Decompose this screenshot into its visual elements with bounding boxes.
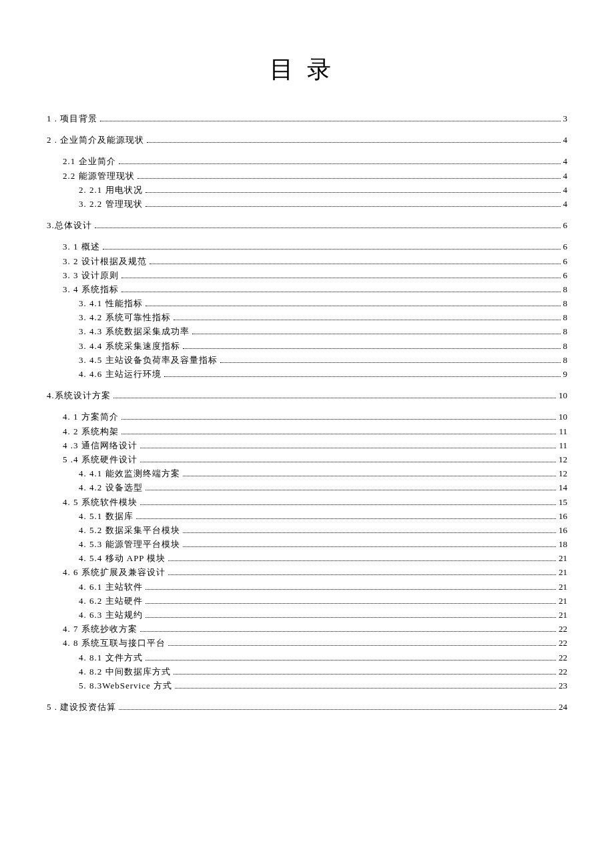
table-of-contents: 1 . 项目背景32 . 企业简介及能源现状42.1 企业简介42.2 能源管理… [47,113,567,713]
toc-dots [183,546,557,547]
toc-entry-label: 4. 8 系统互联与接口平台 [63,637,166,649]
toc-dots [168,574,556,575]
toc-entry-label: 4. 6.3 主站规约 [79,609,143,621]
toc-entry-page: 4 [563,198,568,210]
toc-entry-label: 3. 2 设计根据及规范 [63,256,147,268]
toc-entry-page: 12 [559,468,567,480]
toc-entry[interactable]: 3. 4.3 系统数据采集成功率8 [47,326,567,338]
toc-dots [164,376,561,377]
toc-entry[interactable]: 4. 7 系统抄收方案22 [47,623,567,635]
toc-entry[interactable]: 4.系统设计方案10 [47,390,567,402]
toc-entry[interactable]: 4. 4.2 设备选型14 [47,482,567,494]
toc-entry-page: 15 [559,496,567,508]
toc-entry-label: 2.2 能源管理现状 [63,170,135,182]
toc-entry[interactable]: 3. 2 设计根据及规范6 [47,256,567,268]
toc-entry[interactable]: 3. 4.2 系统可靠性指标8 [47,312,567,324]
toc-entry[interactable]: 3. 3 设计原则6 [47,270,567,282]
toc-entry[interactable]: 4. 5.4 移动 APP 模块21 [47,552,567,564]
toc-entry-page: 22 [559,652,567,664]
toc-entry-page: 10 [559,411,567,423]
toc-entry[interactable]: 3. 4.5 主站设备负荷率及容量指标8 [47,354,567,366]
toc-entry[interactable]: 4. 6 系统扩展及兼容设计21 [47,566,567,578]
toc-entry[interactable]: 5 . 建设投资估算24 [47,701,567,713]
toc-dots [121,278,561,278]
toc-entry[interactable]: 4. 6.2 主站硬件21 [47,595,567,607]
toc-entry-label: 3. 4.2 系统可靠性指标 [79,312,171,324]
toc-entry[interactable]: 3. 4.1 性能指标8 [47,298,567,310]
toc-entry-label: 5 .4 系统硬件设计 [63,454,137,466]
toc-entry-page: 22 [559,666,567,678]
toc-entry-label: 4. 8.1 文件方式 [79,652,143,664]
toc-entry[interactable]: 5. 8.3WebService 方式23 [47,680,567,692]
toc-entry[interactable]: 4. 6.3 主站规约21 [47,609,567,621]
toc-dots [95,228,561,228]
toc-dots [174,320,561,320]
toc-entry-page: 21 [559,566,567,578]
toc-entry[interactable]: 4. 5 系统软件模块15 [47,496,567,508]
toc-entry-page: 6 [563,270,568,282]
toc-entry[interactable]: 4. 5.2 数据采集平台模块16 [47,524,567,536]
toc-entry[interactable]: 4. 8.1 文件方式22 [47,652,567,664]
toc-entry-label: 3. 2.2 管理现状 [79,198,143,210]
toc-entry-page: 14 [559,482,567,494]
toc-entry-page: 21 [559,552,567,564]
toc-entry[interactable]: 4. 6.1 主站软件21 [47,581,567,593]
toc-entry[interactable]: 4. 2 系统构架11 [47,426,567,438]
toc-entry-label: 4. 2 系统构架 [63,426,119,438]
toc-entry[interactable]: 4. 4.1 能效监测终端方案12 [47,468,567,480]
toc-dots [121,292,561,292]
toc-dots [168,560,556,561]
toc-entry[interactable]: 2 . 企业简介及能源现状4 [47,134,567,146]
toc-entry[interactable]: 5 .4 系统硬件设计12 [47,454,567,466]
toc-entry-label: 2 . 企业简介及能源现状 [47,134,144,146]
toc-dots [145,617,557,618]
toc-dots [183,476,557,476]
toc-entry[interactable]: 4. 8 系统互联与接口平台22 [47,637,567,649]
toc-dots [220,362,561,363]
toc-entry-page: 21 [559,581,567,593]
toc-entry-page: 6 [563,256,568,268]
toc-entry-page: 8 [563,312,568,324]
toc-entry[interactable]: 3. 1 概述6 [47,241,567,253]
toc-entry-label: 4. 5.3 能源管理平台模块 [79,538,180,550]
toc-entry-page: 8 [563,354,568,366]
toc-dots [145,192,561,193]
toc-dots [145,206,561,207]
toc-dots [145,306,561,306]
toc-entry-page: 9 [563,368,568,380]
toc-entry-label: 3. 4 系统指标 [63,284,119,296]
toc-entry[interactable]: 1 . 项目背景3 [47,113,567,125]
toc-entry-label: 4. 8.2 中间数据库方式 [79,666,171,678]
toc-entry[interactable]: 4. 8.2 中间数据库方式22 [47,666,567,678]
toc-entry[interactable]: 2. 2.1 用电状况4 [47,184,567,196]
toc-entry-page: 21 [559,595,567,607]
toc-dots [119,709,556,710]
toc-dots [145,589,557,590]
toc-entry-label: 4. 5.1 数据库 [79,510,133,522]
toc-entry[interactable]: 4. 1 方案简介10 [47,411,567,423]
toc-entry-label: 3. 1 概述 [63,241,100,253]
toc-dots [136,518,557,519]
toc-dots [175,688,556,689]
toc-dots [147,142,560,143]
toc-entry-page: 8 [563,284,568,296]
toc-dots [100,121,560,121]
toc-entry-label: 3. 4.5 主站设备负荷率及容量指标 [79,354,218,366]
toc-entry-label: 4. 1 方案简介 [63,411,119,423]
toc-dots [119,163,561,164]
toc-entry-page: 23 [559,680,567,692]
toc-entry[interactable]: 4. 4.6 主站运行环境9 [47,368,567,380]
toc-entry[interactable]: 3. 2.2 管理现状4 [47,198,567,210]
toc-entry[interactable]: 3.总体设计6 [47,220,567,232]
toc-entry[interactable]: 3. 4 系统指标8 [47,284,567,296]
toc-dots [192,334,561,334]
toc-entry[interactable]: 4. 5.1 数据库16 [47,510,567,522]
toc-entry[interactable]: 4 .3 通信网络设计11 [47,440,567,452]
toc-entry-label: 4. 6.2 主站硬件 [79,595,143,607]
toc-entry[interactable]: 2.1 企业简介4 [47,155,567,167]
toc-entry-label: 4. 4.6 主站运行环境 [79,368,162,380]
toc-entry-page: 24 [559,701,567,713]
toc-entry[interactable]: 2.2 能源管理现状4 [47,170,567,182]
toc-entry[interactable]: 4. 5.3 能源管理平台模块18 [47,538,567,550]
toc-entry[interactable]: 3. 4.4 系统采集速度指标8 [47,340,567,352]
